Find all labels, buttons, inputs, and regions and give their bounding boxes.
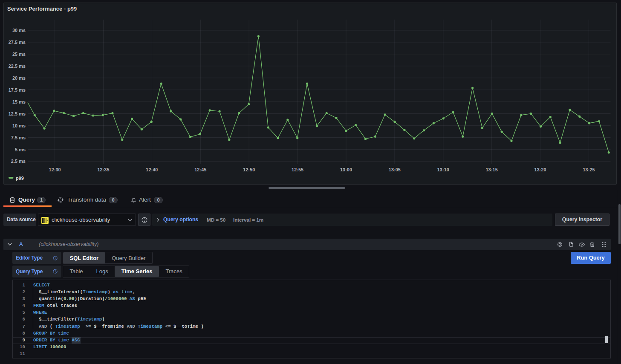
svg-text:12:35: 12:35 — [97, 167, 109, 172]
svg-text:22.5 ms: 22.5 ms — [9, 64, 26, 69]
svg-text:5 ms: 5 ms — [15, 147, 26, 152]
svg-text:13:15: 13:15 — [486, 167, 498, 172]
svg-text:12:30: 12:30 — [49, 167, 61, 172]
svg-text:13:00: 13:00 — [340, 167, 352, 172]
svg-text:12:40: 12:40 — [146, 167, 158, 172]
svg-text:12.5 ms: 12.5 ms — [9, 111, 26, 116]
svg-text:7.5 ms: 7.5 ms — [11, 135, 26, 140]
svg-text:12:45: 12:45 — [194, 167, 206, 172]
svg-text:13:25: 13:25 — [583, 167, 595, 172]
svg-text:25 ms: 25 ms — [12, 52, 26, 57]
svg-text:p99: p99 — [16, 176, 24, 181]
svg-text:15 ms: 15 ms — [12, 99, 26, 104]
svg-text:10 ms: 10 ms — [12, 123, 26, 128]
svg-text:2.5 ms: 2.5 ms — [11, 159, 26, 164]
svg-text:30 ms: 30 ms — [12, 28, 26, 33]
svg-text:13:05: 13:05 — [389, 167, 401, 172]
svg-text:17.5 ms: 17.5 ms — [9, 87, 26, 92]
svg-text:12:50: 12:50 — [243, 167, 255, 172]
svg-text:13:10: 13:10 — [437, 167, 449, 172]
svg-text:13:20: 13:20 — [534, 167, 546, 172]
svg-text:12:55: 12:55 — [292, 167, 303, 172]
svg-text:27.5 ms: 27.5 ms — [9, 40, 26, 45]
svg-text:20 ms: 20 ms — [12, 75, 26, 81]
